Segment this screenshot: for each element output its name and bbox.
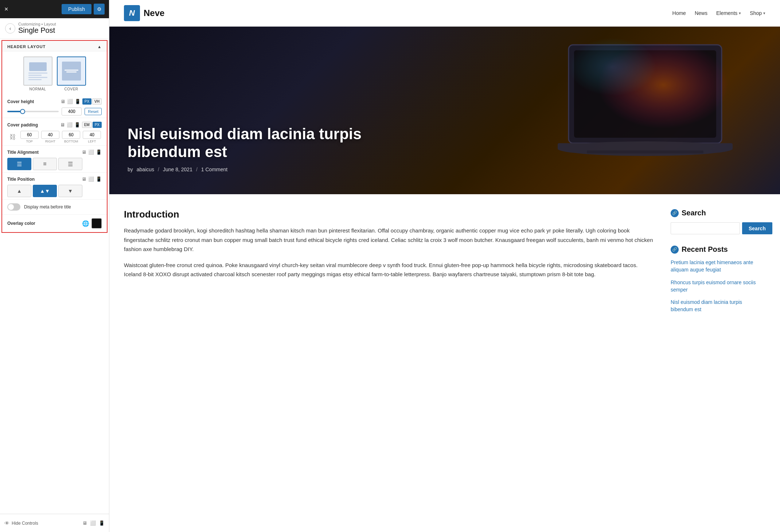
align-right-btn[interactable]: ☰ bbox=[58, 158, 82, 170]
hero-meta: by abaicus / June 8, 2021 / 1 Comment bbox=[128, 167, 762, 172]
normal-line-1 bbox=[28, 73, 47, 74]
padding-left-input[interactable] bbox=[83, 131, 101, 139]
breadcrumb: ‹ Customizing • Layout Single Post bbox=[0, 18, 109, 39]
cover-padding-controls: 🖥 ⬜ 📱 EM PX bbox=[60, 122, 102, 128]
recent-post-2[interactable]: Rhoncus turpis euismod ornare sociis sem… bbox=[671, 279, 765, 294]
customizer-panel: × Publish ⚙ ‹ Customizing • Layout Singl… bbox=[0, 0, 109, 532]
padding-right-wrap: RIGHT bbox=[40, 131, 60, 143]
px-unit-btn[interactable]: PX bbox=[82, 98, 91, 105]
em-unit-btn[interactable]: EM bbox=[82, 122, 92, 128]
hero-section: Nisl euismod diam lacinia turpis bibendu… bbox=[109, 27, 780, 194]
hide-controls-button[interactable]: 👁 Hide Controls bbox=[4, 520, 38, 526]
nav-elements[interactable]: Elements ▾ bbox=[716, 10, 741, 16]
mobile-icon-tp[interactable]: 📱 bbox=[96, 176, 102, 182]
desktop-icon-tp[interactable]: 🖥 bbox=[82, 176, 86, 182]
desktop-icon[interactable]: 🖥 bbox=[61, 99, 65, 104]
padding-top-input[interactable] bbox=[20, 131, 39, 139]
align-center-btn[interactable]: ≡ bbox=[33, 158, 57, 170]
hero-date: June 8, 2021 bbox=[163, 167, 192, 172]
recent-posts-widget: 🔗 Recent Posts Pretium lacinia eget hime… bbox=[671, 245, 765, 313]
overlay-color-controls: 🌐 bbox=[82, 218, 102, 228]
search-button[interactable]: Search bbox=[742, 222, 772, 234]
cover-height-reset-btn[interactable]: Reset bbox=[85, 108, 102, 115]
collapse-icon[interactable]: ▲ bbox=[97, 44, 102, 49]
article-intro-title: Introduction bbox=[124, 209, 656, 220]
breadcrumb-text-area: Customizing • Layout Single Post bbox=[18, 22, 56, 35]
normal-visual bbox=[26, 60, 50, 82]
position-top-btn[interactable]: ▲ bbox=[7, 185, 31, 197]
publish-button[interactable]: Publish bbox=[62, 4, 91, 14]
mobile-icon-b[interactable]: 📱 bbox=[99, 520, 105, 526]
tablet-icon-b[interactable]: ⬜ bbox=[90, 520, 96, 526]
position-middle-btn[interactable]: ▲▼ bbox=[33, 185, 57, 197]
site-logo: N Neve bbox=[124, 5, 164, 21]
desktop-icon-b[interactable]: 🖥 bbox=[82, 520, 87, 526]
cover-line-1 bbox=[65, 70, 78, 71]
align-left-btn[interactable]: ☰ bbox=[7, 158, 31, 170]
padding-bottom-input[interactable] bbox=[62, 131, 80, 139]
global-color-icon[interactable]: 🌐 bbox=[82, 220, 89, 227]
panel-inner-border: HEADER LAYOUT ▲ bbox=[1, 40, 108, 233]
title-alignment-device-icons: 🖥 ⬜ 📱 bbox=[82, 149, 102, 155]
normal-layout-box bbox=[23, 56, 52, 86]
settings-button[interactable]: ⚙ bbox=[94, 4, 105, 15]
title-position-control: Title Position 🖥 ⬜ 📱 ▲ ▲▼ ▼ bbox=[2, 173, 107, 200]
cover-height-label-row: Cover height 🖥 ⬜ 📱 PX VH bbox=[7, 98, 102, 105]
search-widget: 🔗 Search Search bbox=[671, 209, 765, 234]
desktop-icon-a[interactable]: 🖥 bbox=[82, 149, 86, 155]
hero-author: abaicus bbox=[137, 167, 154, 172]
tablet-icon[interactable]: ⬜ bbox=[67, 99, 73, 104]
nav-news[interactable]: News bbox=[695, 10, 707, 16]
cover-height-control: Cover height 🖥 ⬜ 📱 PX VH bbox=[2, 95, 107, 118]
layout-normal[interactable]: NORMAL bbox=[23, 56, 52, 91]
overlay-color-swatch[interactable] bbox=[91, 218, 102, 228]
slider-thumb[interactable] bbox=[20, 109, 25, 114]
cover-height-slider[interactable] bbox=[7, 111, 59, 112]
link-padding-icon[interactable]: ⛓ bbox=[7, 133, 18, 141]
search-input[interactable] bbox=[671, 222, 740, 234]
normal-line-2 bbox=[28, 75, 42, 76]
logo-icon: N bbox=[124, 5, 140, 21]
nav-shop[interactable]: Shop ▾ bbox=[750, 10, 765, 16]
tablet-icon-a[interactable]: ⬜ bbox=[88, 149, 94, 155]
padding-right-input[interactable] bbox=[41, 131, 59, 139]
recent-post-1[interactable]: Pretium lacinia eget himenaeos ante aliq… bbox=[671, 259, 765, 274]
recent-posts-icon: 🔗 bbox=[671, 246, 679, 254]
hide-controls-label: Hide Controls bbox=[12, 521, 38, 526]
back-button[interactable]: ‹ bbox=[5, 23, 15, 34]
close-button[interactable]: × bbox=[4, 5, 8, 13]
mobile-icon-a[interactable]: 📱 bbox=[96, 149, 102, 155]
position-bottom-btn[interactable]: ▼ bbox=[58, 185, 82, 197]
layout-cover[interactable]: COVER bbox=[57, 56, 86, 91]
header-layout-section: HEADER LAYOUT ▲ bbox=[2, 41, 107, 51]
position-buttons: ▲ ▲▼ ▼ bbox=[7, 185, 102, 197]
cover-height-label: Cover height bbox=[7, 99, 34, 104]
cover-height-input[interactable] bbox=[62, 107, 82, 116]
mobile-icon-p[interactable]: 📱 bbox=[74, 122, 80, 128]
padding-bottom-label: BOTTOM bbox=[64, 140, 78, 143]
title-position-label-row: Title Position 🖥 ⬜ 📱 bbox=[7, 176, 102, 182]
breadcrumb-path: Customizing • Layout bbox=[18, 22, 56, 26]
search-widget-icon: 🔗 bbox=[671, 209, 679, 217]
normal-label: NORMAL bbox=[23, 87, 52, 91]
site-nav: Home News Elements ▾ Shop ▾ bbox=[672, 10, 765, 16]
recent-posts-title: 🔗 Recent Posts bbox=[671, 245, 765, 254]
normal-line-4 bbox=[28, 79, 42, 80]
vh-unit-btn[interactable]: VH bbox=[92, 98, 102, 105]
tablet-icon-p[interactable]: ⬜ bbox=[67, 122, 73, 128]
site-header: N Neve Home News Elements ▾ Shop ▾ bbox=[109, 0, 780, 27]
recent-post-3[interactable]: Nisl euismod diam lacinia turpis bibendu… bbox=[671, 298, 765, 313]
tablet-icon-tp[interactable]: ⬜ bbox=[88, 176, 94, 182]
display-meta-label: Display meta before title bbox=[24, 204, 71, 210]
logo-letter: N bbox=[129, 8, 135, 18]
mobile-icon[interactable]: 📱 bbox=[75, 99, 81, 104]
nav-home[interactable]: Home bbox=[672, 10, 686, 16]
nav-elements-label: Elements bbox=[716, 10, 737, 16]
desktop-icon-p[interactable]: 🖥 bbox=[60, 122, 65, 128]
display-meta-toggle[interactable] bbox=[7, 203, 20, 211]
cover-label: COVER bbox=[57, 87, 86, 91]
px-unit-btn-p[interactable]: PX bbox=[93, 122, 102, 128]
title-alignment-label-row: Title Alignment 🖥 ⬜ 📱 bbox=[7, 149, 102, 155]
bottom-device-icons: 🖥 ⬜ 📱 bbox=[82, 520, 105, 526]
section-label: HEADER LAYOUT bbox=[7, 44, 46, 49]
